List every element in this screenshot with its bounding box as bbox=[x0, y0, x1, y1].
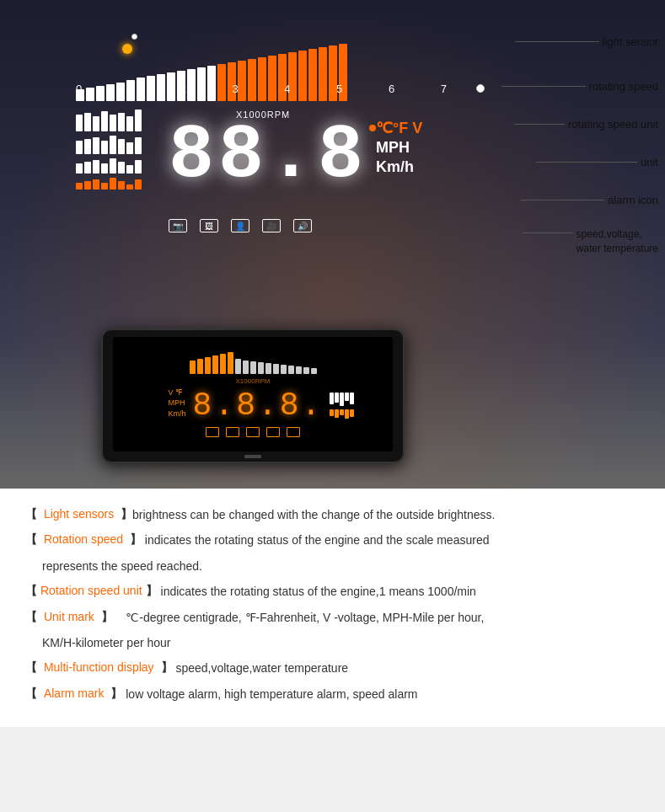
bracket-open-2: 【 bbox=[25, 582, 37, 600]
rpm-2: 2 bbox=[180, 83, 186, 95]
main-speed-display: 88.8 ℃°F V MPH Km/h bbox=[169, 118, 422, 194]
person-icon: 👤 bbox=[235, 222, 245, 231]
dev-icon-1 bbox=[206, 427, 219, 437]
desc-3a: ℃-degree centigrade, ℉-Fahrenheit, V -vo… bbox=[113, 608, 485, 627]
desc-4: speed,voltage,water temperature bbox=[173, 659, 349, 677]
annotation-light-sensor: light sensor bbox=[515, 35, 658, 48]
desc-1b: represents the speed reached. bbox=[42, 557, 202, 575]
desc-0: brightness can be changed with the chang… bbox=[132, 505, 495, 524]
label-unit-mark: Unit mark bbox=[44, 608, 94, 626]
mph-unit: MPH bbox=[376, 139, 422, 157]
rpm-6: 6 bbox=[389, 83, 394, 95]
device-units: V ℉ MPH Km/h bbox=[169, 387, 186, 419]
equalizer-bars bbox=[76, 110, 142, 190]
light-sensor-indicator bbox=[122, 44, 132, 54]
desc-3b: KM/H-kilometer per hour bbox=[42, 633, 171, 652]
bracket-open-5: 【 bbox=[25, 685, 40, 702]
desc-5: low voltage alarm, high temperature alar… bbox=[122, 685, 417, 703]
bracket-close-2: 】 bbox=[146, 582, 158, 600]
unit-dot bbox=[369, 125, 376, 131]
device-x1000rpm: X1000RPM bbox=[236, 377, 271, 385]
device-digits: 8.8.8. bbox=[193, 387, 324, 424]
bracket-open-0: 【 bbox=[25, 505, 40, 523]
video-icon: 🎥 bbox=[266, 222, 276, 231]
physical-device: X1000RPM V ℉ MPH Km/h 8.8.8. bbox=[101, 329, 405, 463]
device-equalizer bbox=[330, 393, 354, 419]
annotation-rotating-speed: rotating speed bbox=[501, 80, 658, 93]
dev-icon-4 bbox=[266, 427, 280, 437]
rpm-numbers: 0 1 2 3 4 5 6 7 bbox=[76, 83, 447, 95]
camera-icon: 📷 bbox=[173, 222, 183, 231]
info-row-0: 【 Light sensors 】 brightness can be chan… bbox=[25, 505, 640, 524]
kmh-unit: Km/h bbox=[376, 158, 422, 176]
rpm-3: 3 bbox=[232, 83, 238, 95]
info-row-3b: KM/H-kilometer per hour bbox=[25, 633, 640, 652]
hud-display-image: 0 1 2 3 4 5 6 7 X1000RPM bbox=[0, 0, 665, 489]
bracket-close-5: 】 bbox=[107, 685, 122, 702]
info-row-1: 【 Rotation speed 】 indicates the rotatin… bbox=[25, 531, 640, 549]
rpm-0: 0 bbox=[76, 83, 82, 95]
sound-icon: 🔊 bbox=[298, 222, 308, 231]
label-light-sensors: Light sensors bbox=[44, 505, 114, 523]
label-alarm-mark: Alarm mark bbox=[44, 685, 105, 702]
rpm-7: 7 bbox=[441, 83, 447, 95]
info-row-1b: represents the speed reached. bbox=[25, 557, 640, 575]
unit-column: ℃°F V MPH Km/h bbox=[376, 119, 422, 176]
dev-icon-5 bbox=[287, 427, 300, 437]
device-rpm-row bbox=[116, 352, 389, 374]
device-screen: X1000RPM V ℉ MPH Km/h 8.8.8. bbox=[113, 337, 393, 451]
rpm-5: 5 bbox=[336, 83, 342, 95]
bottom-info-section: 【 Light sensors 】 brightness can be chan… bbox=[0, 489, 665, 727]
info-row-5: 【 Alarm mark 】 low voltage alarm, high t… bbox=[25, 685, 640, 703]
info-row-3: 【 Unit mark 】 ℃-degree centigrade, ℉-Fah… bbox=[25, 608, 640, 627]
desc-2: indicates the rotating status of the eng… bbox=[158, 582, 476, 601]
device-bottom-icons bbox=[206, 427, 300, 437]
bracket-close-3: 】 bbox=[98, 608, 113, 626]
label-multi-function: Multi-function display bbox=[44, 659, 154, 676]
info-row-4: 【 Multi-function display 】 speed,voltage… bbox=[25, 659, 640, 677]
rpm-1: 1 bbox=[128, 83, 134, 95]
device-main-row: V ℉ MPH Km/h 8.8.8. bbox=[116, 387, 389, 424]
temp-unit: ℃°F V bbox=[376, 119, 422, 137]
info-row-2: 【 Rotation speed unit 】 indicates the ro… bbox=[25, 582, 640, 601]
annotation-alarm-icon: alarm icon bbox=[520, 194, 658, 206]
dev-icon-2 bbox=[226, 427, 239, 437]
hud-projection: 0 1 2 3 4 5 6 7 X1000RPM bbox=[67, 17, 472, 286]
bracket-close-4: 】 bbox=[158, 659, 173, 676]
speed-digits: 88.8 bbox=[169, 118, 367, 194]
annotation-speed-voltage: speed,voltage,water temperature bbox=[523, 227, 658, 256]
rotating-speed-dot bbox=[476, 84, 485, 93]
bracket-close-0: 】 bbox=[117, 505, 132, 523]
image-icon: 🖼 bbox=[205, 222, 213, 231]
annotation-unit: unit bbox=[536, 156, 658, 168]
usb-port bbox=[244, 455, 261, 458]
desc-1: indicates the rotating status of the eng… bbox=[142, 531, 490, 549]
bracket-open-1: 【 bbox=[25, 531, 40, 548]
label-rotation-speed-unit: Rotation speed unit bbox=[40, 582, 142, 600]
dev-icon-3 bbox=[246, 427, 260, 437]
bracket-close-1: 】 bbox=[126, 531, 142, 548]
rpm-4: 4 bbox=[284, 83, 290, 95]
hud-icon-row: 📷 🖼 👤 🎥 🔊 bbox=[169, 219, 312, 232]
label-rotation-speed: Rotation speed bbox=[44, 531, 123, 548]
annotation-rotating-speed-unit: rotating speed unit bbox=[514, 118, 658, 131]
light-sensor-small-dot bbox=[131, 34, 137, 40]
bracket-open-4: 【 bbox=[25, 659, 40, 676]
bracket-open-3: 【 bbox=[25, 608, 40, 626]
